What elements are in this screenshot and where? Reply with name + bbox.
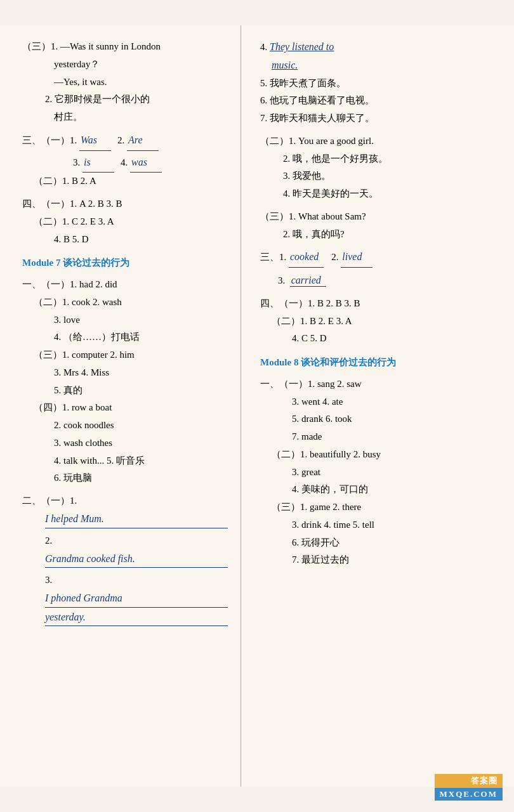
m8-san-2: 3. drink 4. time 5. tell <box>292 516 501 534</box>
right-er-section: （二）1. You are a good girl. 2. 哦，他是一个好男孩。… <box>260 133 501 203</box>
san-section: 三、（一）1. Was 2. Are 3. is 4. was （二）1. B … <box>22 131 228 190</box>
m8-san-1: （三）1. game 2. there <box>272 499 501 516</box>
right-san-section: （三）1. What about Sam? 2. 哦，真的吗? <box>260 208 501 244</box>
m7-si-4: 4. talk with... 5. 听音乐 <box>54 452 228 470</box>
m7-er-2: 3. love <box>54 311 228 329</box>
right-item5: 5. 我昨天煮了面条。 <box>260 75 501 93</box>
right-san-hw3-row: 3. carried <box>278 272 501 290</box>
san-yi-num3: 3. <box>73 154 82 171</box>
san-before-item2: 2. 它那时候是一个很小的 <box>45 94 150 104</box>
m7-si-2: 2. cook noodles <box>54 417 228 435</box>
watermark: 答案圈 MXQE.COM <box>435 774 503 801</box>
right-item4-hw1: They listened to <box>270 38 334 56</box>
m7-er-1: （二）1. cook 2. wash <box>34 294 228 311</box>
er-yi-label-row: 二、（一）1. <box>22 492 228 509</box>
module8-section: Module 8 谈论和评价过去的行为 一、（一）1. sang 2. saw … <box>260 354 501 569</box>
si-yi: 四、（一）1. A 2. B 3. B <box>22 195 228 213</box>
right-san-main-label: 三、1. <box>260 249 289 266</box>
er-num2: 2. <box>45 532 228 549</box>
san-yi-ans3: is <box>82 154 114 173</box>
er-hw2: Grandma cooked fish. <box>45 551 228 568</box>
m8-er-1: （二）1. beautifully 2. busy <box>272 446 501 464</box>
si-er-2: 4. B 5. D <box>54 231 228 249</box>
m8-yi-1: 一、（一）1. sang 2. saw <box>260 376 501 393</box>
san-yi-num4: 4. <box>121 154 130 171</box>
right-item4-row: 4. They listened to <box>260 38 501 56</box>
er-label: 二、（一）1. <box>22 492 79 509</box>
m8-yi-2: 3. went 4. ate <box>292 393 501 411</box>
module7-title: Module 7 谈论过去的行为 <box>22 254 228 272</box>
right-er-item3: 3. 我爱他。 <box>283 167 501 185</box>
er-hw4: yesterday. <box>45 609 228 627</box>
m8-er-3: 4. 美味的，可口的 <box>292 481 501 499</box>
si-section: 四、（一）1. A 2. B 3. B （二）1. C 2. E 3. A 4.… <box>22 195 228 248</box>
m8-san-4: 7. 最近过去的 <box>292 551 501 569</box>
right-san-hw-section: 三、1. cooked 2. lived 3. carried <box>260 248 501 290</box>
right-si-section: 四、（一）1. B 2. B 3. B （二）1. B 2. E 3. A 4.… <box>260 295 501 348</box>
san-yi-ans4: was <box>130 154 162 173</box>
right-san-hw2: lived <box>341 248 372 268</box>
san-before-item1: （三）1. —Was it sunny in London <box>22 41 161 51</box>
right-item7: 7. 我昨天和猫夫人聊天了。 <box>260 110 501 128</box>
right-item4-hw2-wrap: music. <box>272 56 501 75</box>
san-before-item2b: 村庄。 <box>54 112 82 122</box>
right-si-yi: 四、（一）1. B 2. B 3. B <box>260 295 501 313</box>
right-si-er-2: 4. C 5. D <box>292 330 501 348</box>
san-er: （二）1. B 2. A <box>34 173 228 190</box>
san-yi-num2: 2. <box>117 132 127 149</box>
right-san-hw2-num: 2. <box>331 249 341 266</box>
right-er-item1: （二）1. You are a good girl. <box>260 133 501 150</box>
er-hw1: I helped Mum. <box>45 511 228 528</box>
right-si-er-1: （二）1. B 2. E 3. A <box>272 313 501 331</box>
san-before-item1b: yesterday？ <box>54 59 100 69</box>
watermark-bottom-text: MXQE.COM <box>435 788 503 801</box>
si-er-1: （二）1. C 2. E 3. A <box>34 213 228 231</box>
right-er-item2: 2. 哦，他是一个好男孩。 <box>283 150 501 168</box>
right-er-item4: 4. 昨天是美好的一天。 <box>283 185 501 203</box>
right-item4-hw2: music. <box>272 60 298 70</box>
m7-si-5: 6. 玩电脑 <box>54 469 228 487</box>
er-hw3: I phoned Grandma <box>45 590 228 608</box>
san-before-item1c: —Yes, it was. <box>54 77 107 87</box>
san-yi-ans1: Was <box>79 131 111 151</box>
right-san-hw1: cooked <box>289 248 324 268</box>
san-yi-row1: 三、（一）1. Was 2. Are <box>22 131 228 151</box>
right-item4-num: 4. <box>260 39 270 56</box>
right-san-item2: 2. 哦，真的吗? <box>283 226 501 244</box>
page: （三）1. —Was it sunny in London yesterday？… <box>0 25 514 787</box>
module8-title: Module 8 谈论和评价过去的行为 <box>260 354 501 372</box>
right-san-hw3-num: 3. <box>278 275 287 285</box>
right-san-hw3: carried <box>290 275 326 287</box>
san-before-section: （三）1. —Was it sunny in London yesterday？… <box>22 38 228 126</box>
san-yi-ans2: Are <box>127 131 159 151</box>
m7-san-1: （三）1. computer 2. him <box>34 346 228 364</box>
m8-yi-3: 5. drank 6. took <box>292 410 501 428</box>
m8-san-3: 6. 玩得开心 <box>292 534 501 552</box>
right-san-item1: （三）1. What about Sam? <box>260 208 501 226</box>
m7-er-3: 4. （给……）打电话 <box>54 329 228 346</box>
m7-san-3: 5. 真的 <box>54 382 228 400</box>
er-num3: 3. <box>45 572 228 589</box>
right-san-hw-row1: 三、1. cooked 2. lived <box>260 248 501 268</box>
m8-yi-4: 7. made <box>292 428 501 446</box>
left-column: （三）1. —Was it sunny in London yesterday？… <box>0 25 241 787</box>
m8-er-2: 3. great <box>292 464 501 481</box>
watermark-top-text: 答案圈 <box>435 774 503 788</box>
right-column: 4. They listened to music. 5. 我昨天煮了面条。 6… <box>241 25 514 787</box>
module7-section: Module 7 谈论过去的行为 一、（一）1. had 2. did （二）1… <box>22 254 228 487</box>
right-top-4: 4. They listened to music. 5. 我昨天煮了面条。 6… <box>260 38 501 128</box>
san-label: 三、（一）1. <box>22 132 79 149</box>
m7-si-3: 3. wash clothes <box>54 435 228 452</box>
right-item6: 6. 他玩了电脑还看了电视。 <box>260 92 501 110</box>
san-yi-row2: 3. is 4. was <box>73 154 228 173</box>
san-before-label: （三）1. —Was it sunny in London yesterday？… <box>22 38 228 126</box>
er-section: 二、（一）1. I helped Mum. 2. Grandma cooked … <box>22 492 228 626</box>
m7-yi-label: 一、（一）1. had 2. did <box>22 276 228 294</box>
m7-san-2: 3. Mrs 4. Miss <box>54 364 228 382</box>
m7-si-1: （四）1. row a boat <box>34 399 228 417</box>
